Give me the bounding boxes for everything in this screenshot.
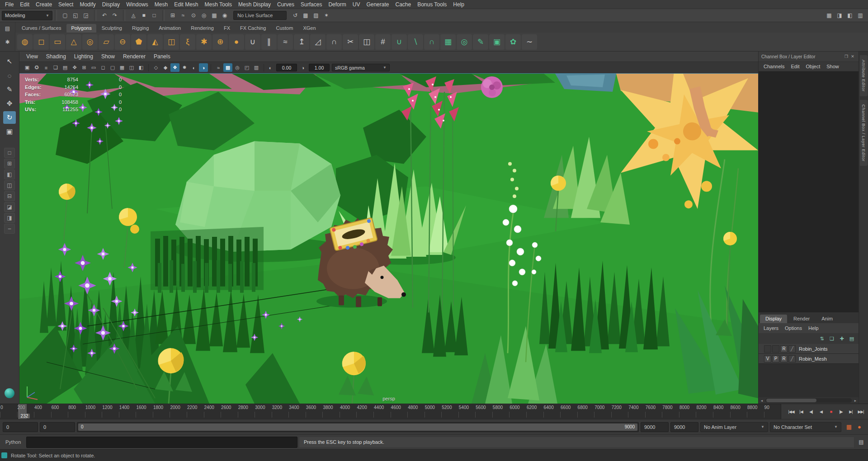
scroll-right-icon[interactable]: ►	[852, 397, 859, 404]
layer-menu-item[interactable]: Help	[805, 325, 822, 332]
layer-menu-item[interactable]: Options	[782, 325, 805, 332]
shelf-tab[interactable]: Sculpting	[97, 24, 127, 33]
time-tick[interactable]: 3600	[306, 404, 323, 419]
panel-menu-item[interactable]: Renderer	[119, 52, 150, 61]
four-pane-layout[interactable]: ⊞	[4, 159, 15, 169]
go-to-end-button[interactable]: ▶▶|	[856, 406, 866, 418]
layer-playback-toggle[interactable]	[772, 345, 779, 353]
panel-menu-item[interactable]: Lighting	[70, 52, 97, 61]
poly-disc-icon[interactable]: ⊖	[115, 34, 130, 50]
time-tick[interactable]: 2600	[221, 404, 238, 419]
scrollbar-thumb[interactable]	[766, 399, 816, 402]
exposure-icon[interactable]: ◐	[266, 63, 275, 72]
gamma-field[interactable]: 1.00	[309, 64, 330, 71]
move-tool[interactable]: ✥	[3, 97, 16, 110]
poly-cone-icon[interactable]: △	[66, 34, 81, 50]
time-tick[interactable]: 2000	[170, 404, 187, 419]
image-plane-icon[interactable]: ▤	[61, 63, 70, 72]
panel-menu-item[interactable]: Shading	[42, 52, 70, 61]
menu-item[interactable]: Mesh	[151, 1, 171, 8]
menu-item[interactable]: Windows	[123, 1, 151, 8]
panel-menu-item[interactable]: Panels	[150, 52, 175, 61]
time-tick[interactable]: 6400	[543, 404, 561, 419]
snap-to-projected-center-icon[interactable]: ◎	[199, 10, 209, 20]
poly-cylinder-icon[interactable]: ▭	[50, 34, 65, 50]
two-pane-side-layout[interactable]: ◫	[4, 180, 15, 190]
textured-icon[interactable]: ❖	[170, 63, 179, 72]
side-panel-tab[interactable]: Attribute Editor	[860, 55, 868, 96]
time-tick[interactable]: 5000	[425, 404, 442, 419]
command-input[interactable]	[26, 437, 297, 448]
time-tick[interactable]: 600	[51, 404, 68, 419]
time-tick[interactable]: 5600	[475, 404, 492, 419]
multi-cut-icon[interactable]: ✂	[343, 34, 358, 50]
time-tick[interactable]: 2400	[204, 404, 221, 419]
combine-icon[interactable]: ∪	[245, 34, 260, 50]
quad-fill-icon[interactable]: ▣	[489, 34, 505, 50]
menu-item[interactable]: Mesh Tools	[202, 1, 235, 8]
scrollbar-track[interactable]	[765, 398, 852, 403]
colorspace-dropdown[interactable]: sRGB gamma ▼	[332, 64, 390, 71]
time-tick[interactable]: 5400	[458, 404, 476, 419]
gamma-icon[interactable]: ◑	[298, 63, 307, 72]
close-icon[interactable]: ✕	[849, 54, 856, 59]
time-tick[interactable]: 4000	[340, 404, 357, 419]
tool-settings-icon[interactable]: ◧	[845, 10, 855, 20]
go-to-start-button[interactable]: |◀◀	[786, 406, 796, 418]
poly-torus-icon[interactable]: ◎	[82, 34, 98, 50]
time-tick[interactable]: 1200	[102, 404, 119, 419]
playback-start-field[interactable]: 0	[40, 422, 75, 432]
time-slider[interactable]: 0200400600800100012001400160018002000220…	[0, 404, 781, 419]
side-panel-tab[interactable]: Channel Box / Layer Editor	[860, 100, 868, 166]
wireframe-icon[interactable]: ◇	[151, 63, 160, 72]
menu-item[interactable]: Surfaces	[297, 1, 325, 8]
step-back-key-button[interactable]: |◀	[796, 406, 806, 418]
boolean-intersect-icon[interactable]: ∩	[424, 34, 439, 50]
persp-graph-layout[interactable]: ◪	[4, 202, 15, 212]
menu-item[interactable]: Curves	[274, 1, 297, 8]
curve-tool-icon[interactable]: ∼	[522, 34, 537, 50]
time-tick[interactable]: 4600	[391, 404, 408, 419]
shelf-tab[interactable]: Curves / Surfaces	[17, 24, 66, 33]
new-scene-icon[interactable]: ▢	[60, 10, 70, 20]
layer-editor-tab[interactable]: Anim	[816, 315, 838, 323]
use-all-lights-icon[interactable]: ✹	[180, 63, 189, 72]
menu-set-selector[interactable]: Modeling ▼	[2, 11, 52, 20]
grid-icon[interactable]: ⊞	[80, 63, 89, 72]
animation-end-field[interactable]: 9000	[670, 422, 698, 432]
time-tick[interactable]: 1400	[119, 404, 136, 419]
channel-box-menu-item[interactable]: Channels	[760, 63, 788, 70]
smooth-icon[interactable]: ≈	[278, 34, 293, 50]
time-tick[interactable]: 8200	[696, 404, 713, 419]
paint-selection-tool[interactable]: ✎	[3, 83, 16, 96]
sculpt-tool-icon[interactable]: ✿	[505, 34, 521, 50]
layer-empty-icon[interactable]: ❏	[828, 334, 836, 343]
project-curve-icon[interactable]: ✎	[473, 34, 488, 50]
bevel-icon[interactable]: ◿	[310, 34, 326, 50]
new-layer-icon[interactable]: ✚	[838, 334, 846, 343]
time-tick[interactable]: 3200	[272, 404, 289, 419]
step-back-frame-button[interactable]: ◀|	[806, 406, 816, 418]
time-tick[interactable]: 7200	[611, 404, 628, 419]
lock-camera-icon[interactable]: ✪	[32, 63, 41, 72]
select-by-object-icon[interactable]: ■	[139, 10, 149, 20]
shadows-icon[interactable]: ◐	[189, 63, 198, 72]
bridge-icon[interactable]: ∩	[326, 34, 342, 50]
time-tick[interactable]: 3800	[322, 404, 340, 419]
gate-mask-icon[interactable]: ▢	[108, 63, 117, 72]
time-tick[interactable]: 8000	[679, 404, 696, 419]
layer-editor-tab[interactable]: Display	[760, 315, 787, 323]
layer-playback-toggle[interactable]: P	[772, 355, 779, 362]
ipr-render-icon[interactable]: ▨	[311, 10, 321, 20]
current-time-indicator[interactable]: 232	[19, 404, 27, 419]
single-pane-layout[interactable]: □	[4, 148, 15, 158]
xray-icon[interactable]: ▥	[252, 63, 261, 72]
channel-box-icon[interactable]: ▥	[855, 10, 865, 20]
step-forward-frame-button[interactable]: |▶	[836, 406, 846, 418]
shelf-tab[interactable]: XGen	[298, 24, 320, 33]
snap-to-point-icon[interactable]: ⊙	[189, 10, 198, 20]
layer-menu-item[interactable]: Layers	[760, 325, 782, 332]
snap-to-view-plane-icon[interactable]: ▦	[209, 10, 219, 20]
layer-display-type-toggle[interactable]: R	[780, 355, 788, 362]
layer-color-swatch[interactable]: ╱	[788, 345, 796, 353]
